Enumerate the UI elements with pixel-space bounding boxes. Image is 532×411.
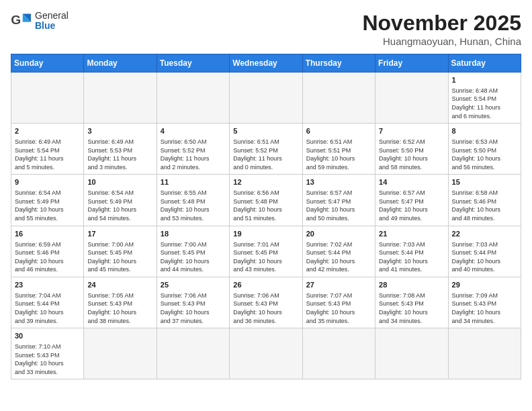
day-number: 7 xyxy=(379,126,444,136)
day-number: 25 xyxy=(161,280,226,290)
day-info: Sunrise: 7:01 AM Sunset: 5:45 PM Dayligh… xyxy=(233,240,298,274)
day-info: Sunrise: 7:09 AM Sunset: 5:43 PM Dayligh… xyxy=(452,291,517,325)
calendar-cell: 2Sunrise: 6:49 AM Sunset: 5:54 PM Daylig… xyxy=(11,124,84,175)
svg-text:G: G xyxy=(11,13,21,28)
calendar-cell: 23Sunrise: 7:04 AM Sunset: 5:44 PM Dayli… xyxy=(11,277,84,328)
calendar-cell: 15Sunrise: 6:58 AM Sunset: 5:46 PM Dayli… xyxy=(448,175,521,226)
day-info: Sunrise: 7:03 AM Sunset: 5:44 PM Dayligh… xyxy=(379,240,444,274)
day-number: 26 xyxy=(233,280,298,290)
day-info: Sunrise: 6:51 AM Sunset: 5:52 PM Dayligh… xyxy=(233,138,298,171)
day-info: Sunrise: 7:06 AM Sunset: 5:43 PM Dayligh… xyxy=(233,291,298,325)
calendar-cell xyxy=(375,73,448,124)
day-number: 19 xyxy=(233,229,298,239)
day-info: Sunrise: 6:49 AM Sunset: 5:53 PM Dayligh… xyxy=(87,138,152,171)
calendar-cell xyxy=(230,328,302,379)
day-number: 11 xyxy=(161,177,226,187)
weekday-header-friday: Friday xyxy=(375,54,448,73)
day-number: 4 xyxy=(161,126,226,136)
calendar-cell: 25Sunrise: 7:06 AM Sunset: 5:43 PM Dayli… xyxy=(157,277,229,328)
week-row-2: 2Sunrise: 6:49 AM Sunset: 5:54 PM Daylig… xyxy=(11,124,521,175)
day-info: Sunrise: 6:59 AM Sunset: 5:46 PM Dayligh… xyxy=(15,240,80,274)
calendar-cell: 29Sunrise: 7:09 AM Sunset: 5:43 PM Dayli… xyxy=(448,277,521,328)
calendar-cell: 19Sunrise: 7:01 AM Sunset: 5:45 PM Dayli… xyxy=(230,226,302,277)
calendar-cell xyxy=(375,328,448,379)
day-info: Sunrise: 7:00 AM Sunset: 5:45 PM Dayligh… xyxy=(161,240,226,274)
calendar-cell: 10Sunrise: 6:54 AM Sunset: 5:49 PM Dayli… xyxy=(84,175,157,226)
day-number: 10 xyxy=(87,177,152,187)
weekday-header-wednesday: Wednesday xyxy=(230,54,302,73)
day-info: Sunrise: 6:57 AM Sunset: 5:47 PM Dayligh… xyxy=(379,189,444,222)
day-number: 29 xyxy=(452,280,517,290)
page-header: G General Blue November 2025 Huangmaoyua… xyxy=(11,11,521,47)
day-number: 5 xyxy=(233,126,298,136)
day-number: 20 xyxy=(306,229,371,239)
day-number: 16 xyxy=(15,229,80,239)
calendar-cell: 30Sunrise: 7:10 AM Sunset: 5:43 PM Dayli… xyxy=(11,328,84,379)
calendar-cell xyxy=(84,328,157,379)
calendar-cell xyxy=(230,73,302,124)
day-number: 21 xyxy=(379,229,444,239)
day-info: Sunrise: 6:56 AM Sunset: 5:48 PM Dayligh… xyxy=(233,189,298,222)
day-number: 18 xyxy=(161,229,226,239)
day-info: Sunrise: 6:58 AM Sunset: 5:46 PM Dayligh… xyxy=(452,189,517,222)
day-info: Sunrise: 7:10 AM Sunset: 5:43 PM Dayligh… xyxy=(15,342,80,376)
calendar-table: SundayMondayTuesdayWednesdayThursdayFrid… xyxy=(11,54,521,379)
day-number: 24 xyxy=(87,280,152,290)
calendar-cell: 6Sunrise: 6:51 AM Sunset: 5:51 PM Daylig… xyxy=(302,124,375,175)
calendar-cell: 11Sunrise: 6:55 AM Sunset: 5:48 PM Dayli… xyxy=(157,175,229,226)
day-info: Sunrise: 7:08 AM Sunset: 5:43 PM Dayligh… xyxy=(379,291,444,325)
day-info: Sunrise: 7:03 AM Sunset: 5:44 PM Dayligh… xyxy=(452,240,517,274)
week-row-6: 30Sunrise: 7:10 AM Sunset: 5:43 PM Dayli… xyxy=(11,328,521,379)
day-info: Sunrise: 7:05 AM Sunset: 5:43 PM Dayligh… xyxy=(87,291,152,325)
day-number: 12 xyxy=(233,177,298,187)
calendar-cell: 20Sunrise: 7:02 AM Sunset: 5:44 PM Dayli… xyxy=(302,226,375,277)
calendar-cell: 4Sunrise: 6:50 AM Sunset: 5:52 PM Daylig… xyxy=(157,124,229,175)
day-info: Sunrise: 6:54 AM Sunset: 5:49 PM Dayligh… xyxy=(15,189,80,222)
calendar-cell xyxy=(448,328,521,379)
calendar-cell: 27Sunrise: 7:07 AM Sunset: 5:43 PM Dayli… xyxy=(302,277,375,328)
calendar-cell xyxy=(157,328,229,379)
calendar-cell xyxy=(84,73,157,124)
calendar-cell xyxy=(302,328,375,379)
day-number: 6 xyxy=(306,126,371,136)
day-number: 28 xyxy=(379,280,444,290)
day-number: 23 xyxy=(15,280,80,290)
title-block: November 2025 Huangmaoyuan, Hunan, China xyxy=(362,11,521,47)
calendar-cell: 26Sunrise: 7:06 AM Sunset: 5:43 PM Dayli… xyxy=(230,277,302,328)
calendar-cell: 21Sunrise: 7:03 AM Sunset: 5:44 PM Dayli… xyxy=(375,226,448,277)
day-info: Sunrise: 7:07 AM Sunset: 5:43 PM Dayligh… xyxy=(306,291,371,325)
calendar-cell: 1Sunrise: 6:48 AM Sunset: 5:54 PM Daylig… xyxy=(448,73,521,124)
logo-icon: G xyxy=(11,11,32,30)
day-info: Sunrise: 7:02 AM Sunset: 5:44 PM Dayligh… xyxy=(306,240,371,274)
calendar-cell: 12Sunrise: 6:56 AM Sunset: 5:48 PM Dayli… xyxy=(230,175,302,226)
calendar-cell: 24Sunrise: 7:05 AM Sunset: 5:43 PM Dayli… xyxy=(84,277,157,328)
calendar-cell: 14Sunrise: 6:57 AM Sunset: 5:47 PM Dayli… xyxy=(375,175,448,226)
day-number: 2 xyxy=(15,126,80,136)
calendar-cell: 7Sunrise: 6:52 AM Sunset: 5:50 PM Daylig… xyxy=(375,124,448,175)
day-info: Sunrise: 6:48 AM Sunset: 5:54 PM Dayligh… xyxy=(452,87,517,120)
day-number: 9 xyxy=(15,177,80,187)
day-info: Sunrise: 7:06 AM Sunset: 5:43 PM Dayligh… xyxy=(161,291,226,325)
day-number: 22 xyxy=(452,229,517,239)
day-info: Sunrise: 6:50 AM Sunset: 5:52 PM Dayligh… xyxy=(161,138,226,171)
calendar-cell: 16Sunrise: 6:59 AM Sunset: 5:46 PM Dayli… xyxy=(11,226,84,277)
weekday-header-thursday: Thursday xyxy=(302,54,375,73)
day-number: 8 xyxy=(452,126,517,136)
location: Huangmaoyuan, Hunan, China xyxy=(362,36,521,47)
weekday-header-tuesday: Tuesday xyxy=(157,54,229,73)
calendar-cell: 13Sunrise: 6:57 AM Sunset: 5:47 PM Dayli… xyxy=(302,175,375,226)
week-row-3: 9Sunrise: 6:54 AM Sunset: 5:49 PM Daylig… xyxy=(11,175,521,226)
logo: G General Blue xyxy=(11,11,69,32)
weekday-header-sunday: Sunday xyxy=(11,54,84,73)
day-number: 3 xyxy=(87,126,152,136)
day-number: 13 xyxy=(306,177,371,187)
day-number: 30 xyxy=(15,331,80,341)
calendar-cell xyxy=(157,73,229,124)
calendar-cell xyxy=(11,73,84,124)
day-info: Sunrise: 6:55 AM Sunset: 5:48 PM Dayligh… xyxy=(161,189,226,222)
week-row-4: 16Sunrise: 6:59 AM Sunset: 5:46 PM Dayli… xyxy=(11,226,521,277)
day-info: Sunrise: 6:51 AM Sunset: 5:51 PM Dayligh… xyxy=(306,138,371,171)
calendar-cell: 28Sunrise: 7:08 AM Sunset: 5:43 PM Dayli… xyxy=(375,277,448,328)
calendar-cell: 5Sunrise: 6:51 AM Sunset: 5:52 PM Daylig… xyxy=(230,124,302,175)
day-number: 17 xyxy=(87,229,152,239)
